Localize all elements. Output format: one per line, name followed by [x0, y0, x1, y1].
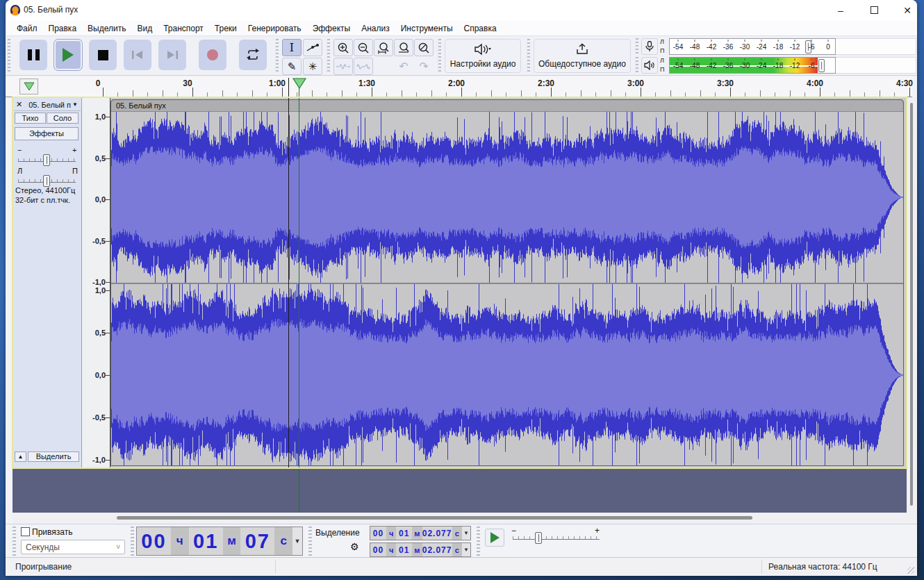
vertical-scrollbar[interactable]	[907, 97, 917, 524]
record-meter-grip[interactable]	[635, 38, 638, 55]
time-segment[interactable]: ч	[386, 543, 396, 556]
playhead-triangle-icon[interactable]	[292, 78, 307, 89]
draw-tool-button[interactable]: ✎	[282, 58, 302, 75]
menu-item-10[interactable]: Инструменты	[395, 22, 459, 35]
play-button[interactable]	[54, 40, 82, 70]
pause-button[interactable]	[19, 40, 47, 70]
track-close-button[interactable]: ✕	[16, 100, 22, 109]
menu-item-8[interactable]: Эффекты	[307, 22, 356, 35]
track-select-button[interactable]: Выделить	[28, 451, 79, 462]
time-segment[interactable]: с	[274, 527, 292, 555]
menu-item-6[interactable]: Треки	[209, 22, 242, 35]
selection-start-display[interactable]: 00ч01м02.077с▼	[370, 526, 471, 540]
time-grip[interactable]	[131, 527, 134, 556]
time-segment[interactable]: с	[452, 527, 462, 540]
time-display-arrow-icon[interactable]: ▼	[292, 527, 302, 555]
selection-settings-gear-icon[interactable]: ⚙	[350, 541, 359, 552]
skip-to-start-button[interactable]	[124, 40, 151, 70]
silence-audio-button[interactable]	[354, 58, 373, 75]
pan-slider-thumb[interactable]	[43, 175, 50, 187]
menu-item-4[interactable]: Вид	[131, 22, 158, 35]
redo-button[interactable]: ↷	[414, 58, 434, 75]
time-segment[interactable]: м	[412, 543, 422, 556]
time-segment[interactable]: 01	[396, 527, 412, 540]
edit-grip[interactable]	[327, 39, 330, 73]
time-display-arrow-icon[interactable]: ▼	[462, 527, 470, 540]
selection-end-display[interactable]: 00ч01м02.077с▼	[370, 542, 471, 557]
stop-button[interactable]	[89, 40, 117, 70]
time-segment[interactable]: с	[452, 543, 462, 556]
playspeed-grip[interactable]	[477, 527, 480, 556]
snap-grip[interactable]	[13, 527, 16, 556]
time-segment[interactable]: 00	[370, 543, 386, 556]
time-segment[interactable]: м	[223, 527, 241, 555]
play-at-speed-button[interactable]	[485, 529, 504, 547]
zoom-toggle-button[interactable]	[414, 39, 434, 56]
maximize-button[interactable]	[859, 0, 889, 21]
time-segment[interactable]: 00	[370, 527, 386, 540]
resize-grip[interactable]	[907, 567, 914, 574]
waveform-right-channel[interactable]	[110, 284, 904, 466]
timeline-ruler[interactable]: 0301:001:302:002:303:003:304:004:30	[6, 76, 912, 97]
transport-grip[interactable]	[7, 39, 10, 73]
multi-tool-button[interactable]: ✳	[303, 58, 322, 75]
time-segment[interactable]: 02.077	[422, 527, 452, 540]
selection-tool-button[interactable]: I	[282, 39, 302, 56]
skip-to-end-button[interactable]	[158, 40, 186, 70]
menu-item-7[interactable]: Генерировать	[242, 22, 307, 35]
time-segment[interactable]: 07	[240, 527, 274, 555]
share-grip[interactable]	[527, 39, 530, 73]
time-segment[interactable]: м	[412, 527, 422, 540]
undo-button[interactable]: ↶	[394, 58, 413, 75]
collapse-track-button[interactable]: ▲	[15, 451, 26, 462]
tools-grip[interactable]	[275, 39, 279, 73]
menu-item-5[interactable]: Транспорт	[158, 22, 209, 35]
menu-item-3[interactable]: Выделить	[82, 22, 131, 35]
minimize-button[interactable]: –	[825, 0, 856, 21]
audio-position-display[interactable]: 00ч01м07с▼	[136, 527, 303, 556]
vertical-scale-ruler[interactable]: 1,00,50,0-0,5-1,01,00,50,0-0,5-1,0	[82, 97, 110, 468]
selection-grip[interactable]	[308, 527, 312, 556]
record-meter-bar[interactable]: -54-48-42-36-30-24-18-12-60	[669, 38, 836, 55]
envelope-tool-button[interactable]	[303, 39, 322, 56]
setup-grip[interactable]	[438, 39, 441, 73]
time-segment[interactable]: 01	[396, 543, 412, 556]
zoom-in-button[interactable]	[333, 39, 353, 56]
format-combobox[interactable]: Секунды ˅	[21, 540, 125, 554]
pinned-play-head-button[interactable]	[19, 78, 38, 94]
vertical-scrollbar-thumb[interactable]	[910, 103, 913, 506]
snap-checkbox[interactable]	[21, 527, 30, 536]
time-segment[interactable]: 01	[189, 527, 223, 555]
zoom-out-button[interactable]	[354, 39, 373, 56]
time-segment[interactable]: ч	[171, 527, 189, 555]
clip-header[interactable]: 05. Белый пух	[110, 99, 904, 112]
share-audio-button[interactable]: Общедоступное аудио	[534, 39, 631, 73]
zoom-selection-button[interactable]	[374, 39, 393, 56]
speed-slider-thumb[interactable]	[535, 532, 542, 544]
menu-item-2[interactable]: Правка	[43, 22, 83, 35]
gain-slider-thumb[interactable]	[43, 154, 50, 166]
time-segment[interactable]: ч	[386, 527, 396, 540]
time-segment[interactable]: 02.077	[422, 543, 452, 556]
zoom-fit-button[interactable]	[394, 39, 413, 56]
menu-item-11[interactable]: Справка	[459, 22, 502, 35]
loop-button[interactable]	[239, 40, 267, 70]
menu-item-1[interactable]: Файл	[11, 22, 43, 35]
track-name[interactable]: 05. Белый п	[28, 101, 71, 109]
time-display-arrow-icon[interactable]: ▼	[462, 543, 470, 556]
waveform-left-channel[interactable]	[110, 112, 904, 283]
record-button[interactable]	[199, 40, 226, 70]
trim-audio-button[interactable]	[333, 58, 353, 75]
close-button[interactable]: ✕	[892, 0, 917, 21]
playback-meter-grip[interactable]	[635, 57, 638, 74]
effects-button[interactable]: Эффекты	[15, 127, 79, 140]
mute-button[interactable]: Тихо	[15, 113, 46, 124]
horizontal-scrollbar-thumb[interactable]	[117, 516, 752, 520]
playback-meter-thumb[interactable]	[818, 59, 825, 72]
audio-setup-button[interactable]: Настройки аудио	[445, 39, 521, 73]
horizontal-scrollbar[interactable]	[13, 513, 907, 524]
time-segment[interactable]: 00	[137, 527, 171, 555]
playback-meter-bar[interactable]: -54-48-42-36-30-24-18-12-6	[669, 57, 836, 74]
menu-item-9[interactable]: Анализ	[356, 22, 395, 35]
record-meter[interactable]: ЛП -54-48-42-36-30-24-18-12-60	[641, 38, 917, 56]
